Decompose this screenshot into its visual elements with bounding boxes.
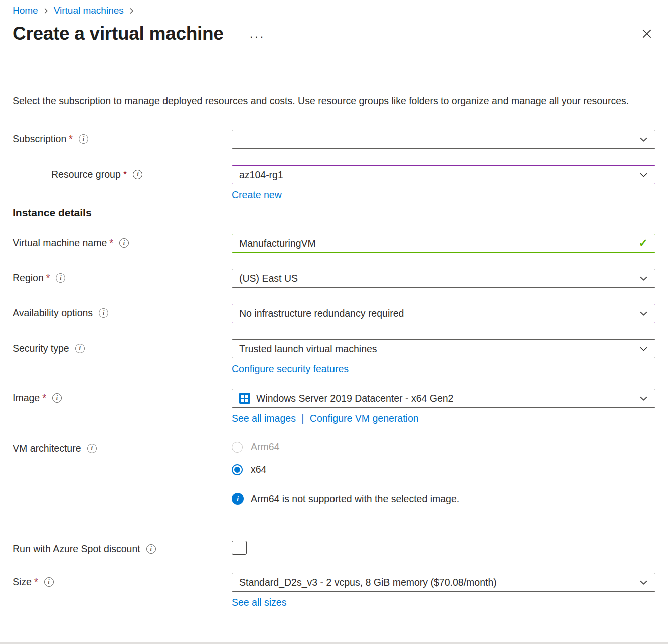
size-value: Standard_D2s_v3 - 2 vcpus, 8 GiB memory … bbox=[239, 577, 497, 588]
info-filled-icon: i bbox=[232, 493, 244, 505]
resource-group-value: az104-rg1 bbox=[239, 169, 283, 181]
link-separator: | bbox=[301, 413, 304, 424]
arm64-radio-label: Arm64 bbox=[251, 441, 279, 453]
subscription-row: Subscription * i bbox=[13, 130, 655, 149]
security-type-row: Security type i Trusted launch virtual m… bbox=[13, 339, 655, 375]
required-marker: * bbox=[42, 392, 46, 404]
size-dropdown[interactable]: Standard_D2s_v3 - 2 vcpus, 8 GiB memory … bbox=[232, 573, 655, 592]
security-type-value: Trusted launch virtual machines bbox=[239, 343, 377, 355]
security-type-label: Security type bbox=[13, 343, 69, 354]
breadcrumb-virtual-machines-link[interactable]: Virtual machines bbox=[54, 5, 124, 16]
region-value: (US) East US bbox=[239, 273, 298, 284]
vm-architecture-row: VM architecture i Arm64 x64 i Arm64 is n… bbox=[13, 439, 655, 505]
x64-radio-label: x64 bbox=[251, 464, 266, 475]
breadcrumb-home-link[interactable]: Home bbox=[13, 5, 38, 16]
required-marker: * bbox=[46, 272, 50, 284]
subscription-dropdown[interactable] bbox=[232, 130, 655, 149]
x64-radio[interactable]: x64 bbox=[232, 462, 655, 475]
bottom-divider bbox=[0, 642, 668, 644]
vm-name-value: ManufacturingVM bbox=[239, 238, 316, 249]
see-all-sizes-link[interactable]: See all sizes bbox=[232, 597, 286, 608]
chevron-down-icon bbox=[639, 171, 648, 179]
spot-discount-checkbox[interactable] bbox=[232, 541, 247, 555]
security-type-info-icon[interactable]: i bbox=[75, 344, 85, 353]
size-row: Size * i Standard_D2s_v3 - 2 vcpus, 8 Gi… bbox=[13, 573, 655, 608]
region-dropdown[interactable]: (US) East US bbox=[232, 269, 655, 288]
chevron-down-icon bbox=[639, 345, 648, 353]
vm-name-row: Virtual machine name * i ManufacturingVM… bbox=[13, 234, 655, 253]
breadcrumb-separator-icon bbox=[43, 8, 49, 14]
size-info-icon[interactable]: i bbox=[44, 577, 54, 587]
spot-discount-row: Run with Azure Spot discount i bbox=[13, 540, 655, 555]
valid-check-icon: ✓ bbox=[639, 237, 648, 250]
vm-architecture-info-icon[interactable]: i bbox=[87, 444, 97, 453]
create-new-resource-group-link[interactable]: Create new bbox=[232, 189, 282, 201]
required-marker: * bbox=[34, 576, 38, 588]
availability-options-row: Availability options i No infrastructure… bbox=[13, 304, 655, 323]
required-marker: * bbox=[69, 133, 73, 145]
required-marker: * bbox=[109, 237, 113, 249]
subscription-info-icon[interactable]: i bbox=[79, 134, 88, 144]
spot-discount-label: Run with Azure Spot discount bbox=[13, 543, 140, 555]
configure-vm-generation-link[interactable]: Configure VM generation bbox=[310, 413, 419, 424]
spot-discount-info-icon[interactable]: i bbox=[146, 544, 156, 554]
intro-text: Select the subscription to manage deploy… bbox=[13, 93, 645, 109]
breadcrumb-separator-icon bbox=[128, 8, 135, 14]
resource-group-label: Resource group bbox=[51, 169, 121, 180]
page-title: Create a virtual machine bbox=[13, 23, 224, 44]
security-type-dropdown[interactable]: Trusted launch virtual machines bbox=[232, 339, 655, 358]
image-row: Image * i Windows Server 2019 Datacenter… bbox=[13, 389, 655, 424]
image-info-icon[interactable]: i bbox=[52, 393, 62, 403]
more-options-button[interactable]: ··· bbox=[250, 30, 265, 43]
instance-details-heading: Instance details bbox=[13, 207, 655, 219]
image-value: Windows Server 2019 Datacenter - x64 Gen… bbox=[256, 393, 453, 404]
arch-info-banner: i Arm64 is not supported with the select… bbox=[232, 493, 655, 505]
radio-unselected-icon bbox=[232, 442, 243, 453]
breadcrumb: Home Virtual machines bbox=[13, 0, 655, 16]
vm-architecture-label: VM architecture bbox=[13, 443, 81, 454]
indent-connector-line bbox=[16, 152, 47, 174]
image-dropdown[interactable]: Windows Server 2019 Datacenter - x64 Gen… bbox=[232, 389, 655, 408]
windows-logo-icon bbox=[239, 393, 250, 404]
close-icon[interactable] bbox=[641, 28, 652, 39]
availability-options-label: Availability options bbox=[13, 307, 93, 319]
resource-group-dropdown[interactable]: az104-rg1 bbox=[232, 165, 655, 184]
arm64-radio[interactable]: Arm64 bbox=[232, 439, 655, 453]
chevron-down-icon bbox=[639, 578, 648, 587]
region-label: Region bbox=[13, 272, 44, 284]
image-label: Image bbox=[13, 392, 40, 404]
radio-selected-icon bbox=[232, 464, 243, 475]
vm-name-info-icon[interactable]: i bbox=[119, 238, 129, 248]
basics-form: Subscription * i Resource group * i bbox=[13, 130, 655, 608]
chevron-down-icon bbox=[639, 135, 648, 144]
chevron-down-icon bbox=[639, 394, 648, 403]
see-all-images-link[interactable]: See all images bbox=[232, 413, 296, 424]
arch-info-text: Arm64 is not supported with the selected… bbox=[251, 493, 459, 505]
vm-name-label: Virtual machine name bbox=[13, 237, 107, 249]
chevron-down-icon bbox=[639, 309, 648, 318]
create-vm-page: Home Virtual machines Create a virtual m… bbox=[0, 0, 668, 608]
availability-options-info-icon[interactable]: i bbox=[99, 308, 108, 318]
required-marker: * bbox=[123, 169, 127, 180]
resource-group-info-icon[interactable]: i bbox=[133, 170, 142, 179]
resource-group-row: Resource group * i az104-rg1 Create new bbox=[13, 165, 655, 201]
region-row: Region * i (US) East US bbox=[13, 269, 655, 288]
chevron-down-icon bbox=[639, 274, 648, 283]
subscription-label: Subscription bbox=[13, 133, 66, 145]
image-links: See all images | Configure VM generation bbox=[232, 413, 655, 424]
title-row: Create a virtual machine ··· bbox=[13, 23, 655, 44]
vm-name-input[interactable]: ManufacturingVM ✓ bbox=[232, 234, 655, 253]
availability-options-value: No infrastructure redundancy required bbox=[239, 308, 404, 319]
region-info-icon[interactable]: i bbox=[56, 273, 65, 283]
availability-options-dropdown[interactable]: No infrastructure redundancy required bbox=[232, 304, 655, 323]
size-label: Size bbox=[13, 576, 32, 588]
configure-security-features-link[interactable]: Configure security features bbox=[232, 363, 349, 375]
